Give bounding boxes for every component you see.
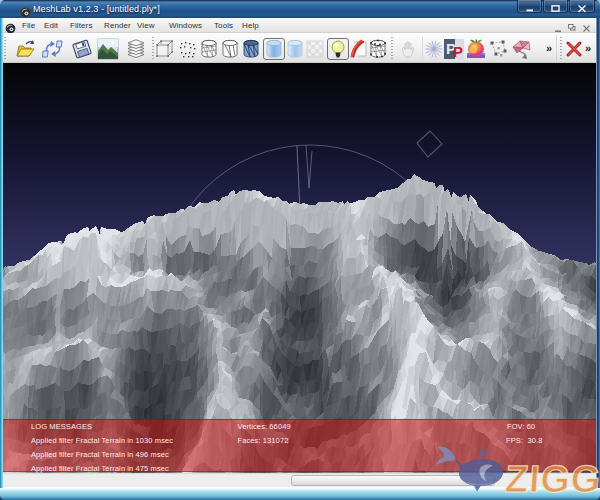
svg-text:ZIGG: ZIGG (504, 458, 600, 496)
svg-text:P: P (453, 43, 463, 60)
